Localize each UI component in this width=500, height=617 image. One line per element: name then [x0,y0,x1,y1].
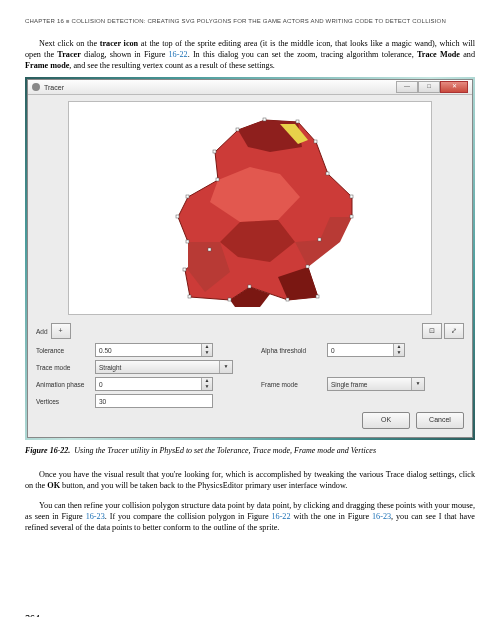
paragraph-1: Next click on the tracer icon at the top… [25,38,475,71]
svg-rect-21 [188,295,191,298]
sprite-canvas[interactable] [68,101,432,315]
app-icon [32,83,40,91]
frame-mode-combo[interactable]: Single frame ▼ [327,377,425,391]
svg-rect-29 [236,128,239,131]
header-separator: ■ [66,18,70,24]
svg-rect-15 [318,238,321,241]
add-plus-button[interactable]: + [51,323,71,339]
tracer-dialog: Tracer — □ ✕ [27,79,473,438]
svg-rect-23 [208,248,211,251]
animation-phase-label: Animation phase [36,381,91,388]
figure-link-16-23[interactable]: 16-23 [86,512,105,521]
svg-rect-27 [216,178,219,181]
controls-panel: Add + ⊡ ⤢ Tolerance 0.50 ▲▼ Alpha thresh… [28,319,472,437]
maximize-button[interactable]: □ [418,81,440,93]
svg-rect-17 [316,295,319,298]
window-title: Tracer [44,84,64,91]
zoom-fit-button[interactable]: ⊡ [422,323,442,339]
figure-16-22: Tracer — □ ✕ [25,77,475,440]
paragraph-3: You can then refine your collision polyg… [25,500,475,533]
svg-rect-18 [286,298,289,301]
svg-rect-9 [263,118,266,121]
svg-rect-25 [176,215,179,218]
svg-rect-26 [186,195,189,198]
svg-rect-28 [213,150,216,153]
figure-link-16-22[interactable]: 16-22 [169,50,188,59]
svg-rect-24 [186,240,189,243]
svg-rect-16 [306,265,309,268]
page-number: 364 [25,613,40,617]
alpha-threshold-label: Alpha threshold [261,347,323,354]
svg-rect-14 [350,215,353,218]
vertices-label: Vertices [36,398,91,405]
alpha-threshold-spinner[interactable]: 0 ▲▼ [327,343,405,357]
figure-link-16-22-b[interactable]: 16-22 [271,512,290,521]
cancel-button[interactable]: Cancel [416,412,464,429]
vertices-readout: 30 [95,394,213,408]
svg-rect-10 [296,120,299,123]
spinner-arrows-icon[interactable]: ▲▼ [201,378,212,390]
frame-mode-label: Frame mode [261,381,323,388]
minimize-button[interactable]: — [396,81,418,93]
close-button[interactable]: ✕ [440,81,468,93]
chapter-label: CHAPTER 16 [25,18,64,24]
sprite-polygon-preview [69,102,431,314]
svg-rect-13 [350,195,353,198]
titlebar[interactable]: Tracer — □ ✕ [28,80,472,95]
tolerance-label: Tolerance [36,347,91,354]
svg-rect-20 [228,298,231,301]
trace-mode-combo[interactable]: Straight ▼ [95,360,233,374]
svg-rect-11 [314,140,317,143]
svg-rect-12 [326,172,329,175]
svg-rect-22 [183,268,186,271]
ok-button[interactable]: OK [362,412,410,429]
add-label: Add [36,328,48,335]
animation-phase-spinner[interactable]: 0 ▲▼ [95,377,213,391]
trace-mode-label: Trace mode [36,364,91,371]
paragraph-2: Once you have the visual result that you… [25,469,475,491]
tolerance-spinner[interactable]: 0.50 ▲▼ [95,343,213,357]
figure-caption: Figure 16-22. Using the Tracer utility i… [25,446,475,455]
chevron-down-icon: ▼ [411,378,424,390]
page-header: CHAPTER 16 ■ COLLISION DETECTION: CREATI… [25,18,475,24]
chapter-title: COLLISION DETECTION: CREATING SVG POLYGO… [72,18,446,24]
chevron-down-icon: ▼ [219,361,232,373]
zoom-expand-button[interactable]: ⤢ [444,323,464,339]
spinner-arrows-icon[interactable]: ▲▼ [393,344,404,356]
svg-rect-19 [248,285,251,288]
figure-link-16-23-b[interactable]: 16-23 [372,512,391,521]
spinner-arrows-icon[interactable]: ▲▼ [201,344,212,356]
